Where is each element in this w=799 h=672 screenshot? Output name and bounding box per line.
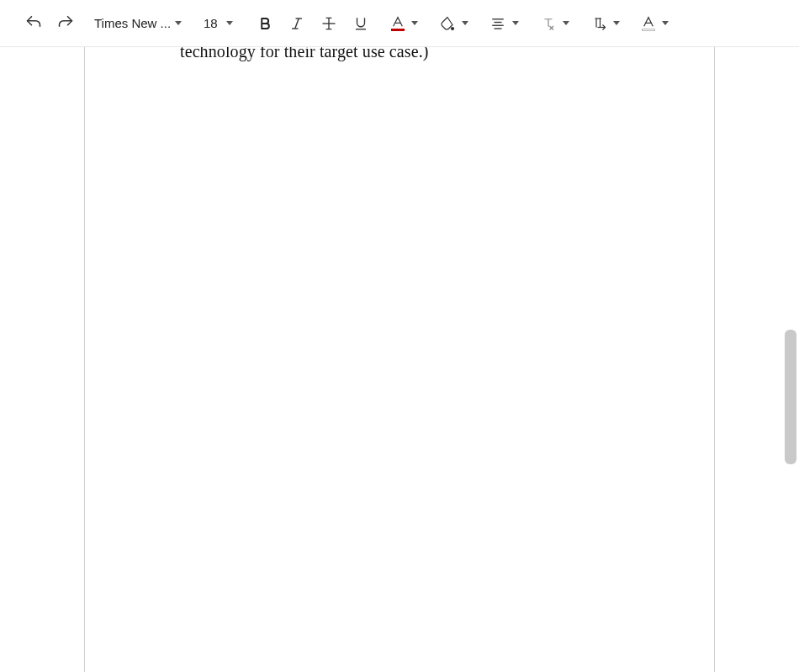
scrollbar-thumb[interactable] bbox=[785, 330, 796, 464]
clear-formatting-menu[interactable] bbox=[559, 12, 573, 35]
formatting-toolbar: Times New ... 18 bbox=[0, 0, 799, 47]
font-color-menu[interactable] bbox=[408, 12, 421, 35]
chevron-down-icon bbox=[563, 21, 569, 25]
chevron-down-icon bbox=[613, 21, 620, 25]
align-center-icon bbox=[490, 16, 505, 31]
clear-formatting-icon bbox=[541, 16, 556, 31]
vertical-scrollbar[interactable] bbox=[785, 94, 796, 672]
bold-button[interactable] bbox=[253, 12, 277, 35]
chevron-down-icon bbox=[662, 21, 669, 25]
undo-button[interactable] bbox=[22, 12, 45, 35]
font-color-icon bbox=[391, 16, 405, 28]
svg-line-2 bbox=[294, 19, 299, 29]
highlight-color-menu[interactable] bbox=[458, 12, 472, 35]
text-direction-control bbox=[588, 12, 623, 35]
highlight-color-button[interactable] bbox=[437, 12, 458, 35]
font-size-select[interactable]: 18 bbox=[195, 12, 238, 35]
chevron-down-icon bbox=[175, 21, 182, 25]
font-color-button[interactable] bbox=[388, 12, 408, 35]
font-family-select[interactable]: Times New ... bbox=[86, 12, 187, 35]
align-button[interactable] bbox=[487, 12, 509, 35]
text-effect-menu[interactable] bbox=[659, 12, 672, 35]
italic-icon bbox=[289, 16, 304, 31]
chevron-down-icon bbox=[512, 21, 519, 25]
redo-button[interactable] bbox=[54, 12, 77, 35]
bold-icon bbox=[257, 16, 273, 31]
text-effect-icon bbox=[642, 16, 655, 28]
clear-formatting-button[interactable] bbox=[537, 12, 559, 35]
paint-bucket-icon bbox=[440, 16, 455, 31]
text-direction-menu[interactable] bbox=[610, 12, 623, 35]
highlight-color-control bbox=[437, 12, 472, 35]
undo-icon bbox=[25, 15, 42, 32]
text-direction-icon bbox=[591, 16, 606, 31]
text-highlight-control bbox=[638, 12, 672, 35]
underline-button[interactable] bbox=[349, 12, 373, 35]
italic-button[interactable] bbox=[285, 12, 309, 35]
font-family-value: Times New ... bbox=[94, 16, 171, 30]
text-effect-button[interactable] bbox=[638, 12, 659, 35]
clear-formatting-control bbox=[537, 12, 573, 35]
redo-icon bbox=[57, 15, 74, 32]
align-menu[interactable] bbox=[509, 12, 522, 35]
align-control bbox=[487, 12, 522, 35]
chevron-down-icon bbox=[411, 21, 418, 25]
chevron-down-icon bbox=[226, 21, 233, 25]
text-effect-swatch bbox=[642, 29, 655, 31]
underline-icon bbox=[353, 16, 368, 31]
text-direction-button[interactable] bbox=[588, 12, 610, 35]
document-workspace: technology for their target use case.) bbox=[0, 47, 799, 672]
chevron-down-icon bbox=[462, 21, 468, 25]
font-color-control bbox=[388, 12, 421, 35]
page-stack: technology for their target use case.) bbox=[84, 47, 715, 672]
strikethrough-button[interactable] bbox=[317, 12, 341, 35]
font-size-value: 18 bbox=[204, 16, 218, 30]
document-page[interactable]: technology for their target use case.) bbox=[84, 47, 715, 672]
font-color-swatch bbox=[391, 29, 405, 31]
strikethrough-icon bbox=[320, 15, 337, 32]
